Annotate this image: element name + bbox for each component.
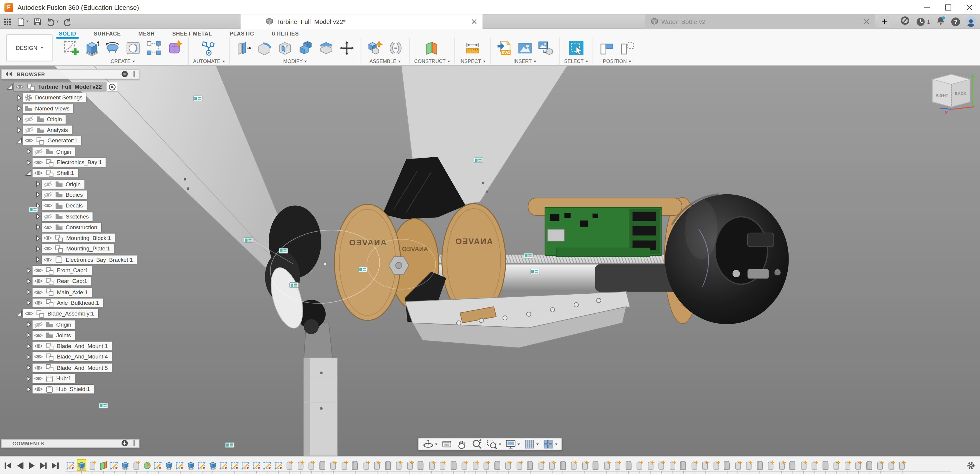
visibility-eye-on-icon[interactable] — [43, 246, 52, 252]
browser-node[interactable]: Turbine_Full_Model v22 — [14, 82, 105, 91]
display-settings-nav-button[interactable] — [504, 439, 522, 450]
job-status-icon[interactable]: 1 — [916, 16, 930, 26]
timeline-step-back-button[interactable] — [16, 461, 24, 469]
measure-tool-button[interactable] — [463, 39, 482, 58]
timeline-feature-form[interactable] — [547, 460, 555, 471]
insert-decal-tool-button[interactable] — [536, 39, 555, 58]
timeline-feature-form[interactable] — [285, 460, 293, 471]
ribbon-group-label[interactable]: AUTOMATE — [193, 59, 225, 65]
expand-arrow-icon[interactable] — [16, 116, 22, 123]
shell-tool-button[interactable] — [275, 39, 294, 58]
browser-node[interactable]: Mounting_Plate:1 — [42, 244, 114, 253]
capture-position-tool-button[interactable] — [597, 39, 616, 58]
timeline-feature-plain[interactable] — [383, 460, 391, 471]
timeline-feature-form[interactable] — [471, 460, 479, 471]
visibility-eye-off-icon[interactable] — [43, 192, 52, 198]
zoom-window-nav-button[interactable] — [485, 439, 503, 450]
browser-node[interactable]: Blade_And_Mount:4 — [33, 352, 112, 361]
browser-node[interactable]: Axle_Bulkhead:1 — [33, 298, 103, 307]
decal-marker-chip[interactable] — [29, 204, 38, 216]
browser-node[interactable]: Bodies — [42, 190, 87, 199]
browser-node-label[interactable]: Blade_And_Mount:4 — [57, 354, 108, 360]
browser-node-label[interactable]: Document Settings — [35, 95, 83, 101]
timeline-feature-form[interactable] — [340, 460, 348, 471]
browser-node[interactable]: Origin — [33, 147, 75, 156]
timeline-feature-form[interactable] — [132, 460, 140, 471]
timeline-feature-form[interactable] — [897, 460, 906, 471]
timeline-feature-plain[interactable] — [351, 460, 359, 471]
timeline-skip-end-button[interactable] — [51, 461, 59, 469]
visibility-eye-off-icon[interactable] — [24, 127, 34, 133]
browser-node-label[interactable]: Mounting_Block:1 — [66, 235, 111, 241]
ribbon-tab-plastic[interactable]: PLASTIC — [228, 30, 255, 36]
timeline-feature-sketch[interactable] — [230, 460, 239, 471]
timeline-feature-plain[interactable] — [558, 460, 566, 471]
save-button[interactable] — [33, 17, 42, 26]
visibility-eye-on-icon[interactable] — [34, 332, 43, 338]
visibility-eye-on-icon[interactable] — [34, 289, 43, 295]
ribbon-group-label[interactable]: INSPECT — [460, 59, 485, 65]
ribbon-group-label[interactable]: CONSTRUCT — [414, 59, 450, 65]
timeline-feature-plain[interactable] — [449, 460, 457, 471]
visibility-eye-on-icon[interactable] — [43, 203, 52, 209]
visibility-eye-off-icon[interactable] — [34, 149, 43, 155]
create-sketch-tool-button[interactable] — [62, 39, 81, 58]
orbit-nav-button[interactable] — [421, 439, 439, 450]
timeline-feature-sketch[interactable] — [219, 460, 227, 471]
timeline-step-forward-button[interactable] — [40, 461, 48, 469]
timeline-feature-extrude[interactable] — [208, 460, 216, 471]
maximize-button[interactable] — [938, 0, 959, 14]
browser-node[interactable]: Blade_And_Mount:1 — [33, 342, 112, 350]
document-tab[interactable]: Water_Bottle v2 — [645, 14, 875, 29]
timeline-feature-form[interactable] — [810, 460, 818, 471]
fillet-tool-button[interactable] — [255, 39, 274, 58]
timeline-feature-plane2[interactable] — [143, 460, 151, 471]
browser-node-label[interactable]: Hub_Shield:1 — [56, 386, 90, 393]
visibility-eye-on-icon[interactable] — [34, 300, 43, 306]
collapse-arrow-icon[interactable] — [25, 170, 32, 177]
move-copy-tool-button[interactable] — [337, 39, 356, 58]
pan-nav-button[interactable] — [455, 439, 469, 450]
expand-arrow-icon[interactable] — [34, 224, 41, 231]
timeline-feature-form[interactable] — [394, 460, 402, 471]
collapse-arrow-icon[interactable] — [6, 83, 13, 90]
browser-node-label[interactable]: Blade_Assembly:1 — [48, 311, 94, 317]
create-form-tool-button[interactable] — [165, 39, 184, 58]
browser-node-label[interactable]: Joints — [56, 332, 71, 338]
timeline-feature-form[interactable] — [405, 460, 414, 471]
timeline-feature-form[interactable] — [362, 460, 370, 471]
visibility-eye-on-icon[interactable] — [34, 376, 43, 382]
timeline-feature-extrude[interactable] — [77, 460, 85, 471]
rectangular-pattern-tool-button[interactable] — [144, 39, 163, 58]
timeline-feature-plain[interactable] — [679, 460, 687, 471]
browser-node[interactable]: Document Settings — [23, 93, 86, 102]
browser-node[interactable]: Main_Axle:1 — [33, 288, 92, 296]
extensions-icon[interactable] — [900, 15, 910, 28]
browser-node[interactable]: Named Views — [23, 104, 73, 113]
visibility-eye-on-icon[interactable] — [34, 365, 43, 371]
expand-arrow-icon[interactable] — [25, 332, 32, 339]
visibility-eye-on-icon[interactable] — [34, 268, 43, 274]
browser-node-label[interactable]: Turbine_Full_Model v22 — [38, 84, 102, 90]
visibility-eye-on-icon[interactable] — [43, 224, 52, 230]
revolve-tool-button[interactable] — [103, 39, 122, 58]
expand-arrow-icon[interactable] — [16, 105, 22, 112]
visibility-eye-off-icon[interactable] — [43, 213, 52, 220]
add-comment-icon[interactable] — [121, 439, 128, 447]
expand-arrow-icon[interactable] — [25, 386, 32, 393]
visibility-eye-on-icon[interactable] — [34, 159, 43, 166]
browser-node-label[interactable]: Origin — [66, 181, 81, 187]
timeline-feature-form[interactable] — [777, 460, 785, 471]
timeline-feature-form[interactable] — [613, 460, 621, 471]
timeline-feature-plain[interactable] — [624, 460, 632, 471]
hole-tool-button[interactable] — [124, 39, 143, 58]
timeline-feature-plain[interactable] — [722, 460, 730, 471]
browser-node[interactable]: Analysis — [23, 126, 72, 134]
browser-node-label[interactable]: Origin — [47, 116, 62, 122]
timeline-feature-plain[interactable] — [318, 460, 326, 471]
file-menu-button[interactable] — [16, 17, 29, 26]
visibility-eye-on-icon[interactable] — [34, 354, 43, 360]
timeline-feature-form[interactable] — [296, 460, 304, 471]
ribbon-group-label[interactable]: MODIFY — [283, 59, 307, 65]
browser-node-label[interactable]: Named Views — [35, 105, 70, 112]
